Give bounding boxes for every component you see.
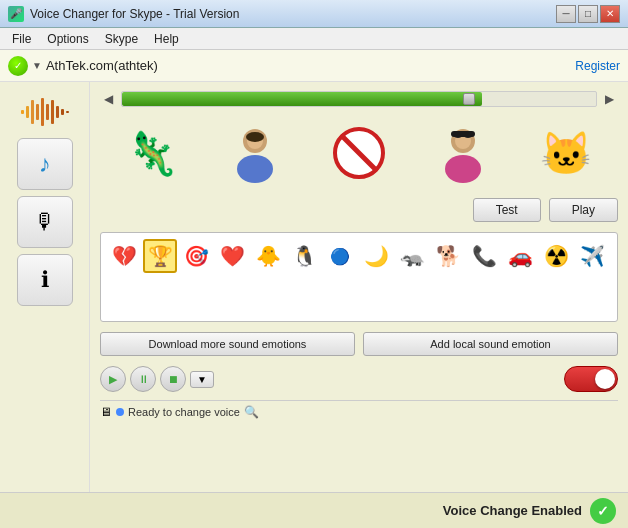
emotion-radiation[interactable]: ☢️ (539, 239, 573, 273)
maximize-button[interactable]: □ (578, 5, 598, 23)
app-icon: 🎤 (8, 6, 24, 22)
voice-effects-button[interactable]: ♪ (17, 138, 73, 190)
character-man[interactable] (220, 118, 290, 188)
emotion-broken-heart[interactable]: 💔 (107, 239, 141, 273)
svg-rect-1 (26, 106, 29, 118)
pause-control-button[interactable]: ⏸ (130, 366, 156, 392)
slider-right-arrow[interactable]: ▶ (601, 90, 618, 108)
voice-slider-track[interactable] (121, 91, 597, 107)
emotion-penguin[interactable]: 🐧 (287, 239, 321, 273)
emotion-moon[interactable]: 🌙 (359, 239, 393, 273)
status-dot (116, 408, 124, 416)
status-text: Ready to change voice (128, 406, 240, 418)
emotion-chick[interactable]: 🐥 (251, 239, 285, 273)
stop-control-button[interactable]: ⏹ (160, 366, 186, 392)
menu-help[interactable]: Help (146, 30, 187, 48)
character-woman[interactable] (428, 118, 498, 188)
svg-point-11 (237, 155, 273, 183)
play-button[interactable]: Play (549, 198, 618, 222)
emotion-blue[interactable]: 🔵 (323, 239, 357, 273)
svg-point-13 (246, 132, 264, 142)
svg-rect-0 (21, 110, 24, 114)
sound-buttons-row: Download more sound emotions Add local s… (100, 332, 618, 356)
audio-wave-icon (19, 92, 71, 132)
footer-bar: Voice Change Enabled ✓ (0, 492, 628, 528)
user-name: AthTek.com(athtek) (46, 58, 575, 73)
user-row: ✓ ▼ AthTek.com(athtek) Register (0, 50, 628, 82)
svg-point-17 (445, 155, 481, 183)
svg-rect-2 (31, 100, 34, 124)
emotions-grid: 💔 🏆 🎯 ❤️ 🐥 🐧 🔵 🌙 🦡 🐕 📞 🚗 ☢️ ✈️ (107, 239, 611, 273)
slider-left-arrow[interactable]: ◀ (100, 90, 117, 108)
user-arrow: ▼ (32, 60, 42, 71)
close-button[interactable]: ✕ (600, 5, 620, 23)
emotion-car[interactable]: 🚗 (503, 239, 537, 273)
svg-rect-4 (41, 98, 44, 126)
emotion-trophy[interactable]: 🏆 (143, 239, 177, 273)
search-icon[interactable]: 🔍 (244, 405, 259, 419)
main-content: ♪ 🎙 ℹ ◀ ▶ 🦎 (0, 82, 628, 528)
slider-fill (122, 92, 482, 106)
microphone-button[interactable]: 🎙 (17, 196, 73, 248)
svg-rect-6 (51, 100, 54, 124)
toggle-button[interactable] (564, 366, 618, 392)
playback-dropdown[interactable]: ▼ (190, 371, 214, 388)
menu-file[interactable]: File (4, 30, 39, 48)
menu-bar: File Options Skype Help (0, 28, 628, 50)
emotion-badger[interactable]: 🦡 (395, 239, 429, 273)
window-title: Voice Changer for Skype - Trial Version (30, 7, 556, 21)
action-row: Test Play (100, 198, 618, 222)
emotions-panel: 💔 🏆 🎯 ❤️ 🐥 🐧 🔵 🌙 🦡 🐕 📞 🚗 ☢️ ✈️ (100, 232, 618, 322)
slider-thumb[interactable] (463, 93, 475, 105)
slider-row: ◀ ▶ (100, 90, 618, 108)
add-local-sound-emotion-button[interactable]: Add local sound emotion (363, 332, 618, 356)
voice-enabled-check: ✓ (590, 498, 616, 524)
playback-row: ▶ ⏸ ⏹ ▼ (100, 366, 618, 392)
svg-rect-3 (36, 104, 39, 120)
svg-rect-5 (46, 104, 49, 120)
svg-rect-8 (61, 109, 64, 115)
character-no-sound[interactable] (324, 118, 394, 188)
minimize-button[interactable]: ─ (556, 5, 576, 23)
register-link[interactable]: Register (575, 59, 620, 73)
character-cat[interactable]: 🐱 (531, 118, 601, 188)
character-row: 🦎 (100, 118, 618, 188)
svg-rect-7 (56, 106, 59, 118)
voice-change-label: Voice Change Enabled (443, 503, 582, 518)
emotion-target[interactable]: 🎯 (179, 239, 213, 273)
svg-rect-21 (451, 131, 475, 137)
test-button[interactable]: Test (473, 198, 541, 222)
info-button[interactable]: ℹ (17, 254, 73, 306)
character-dragon[interactable]: 🦎 (117, 118, 187, 188)
emotion-heart[interactable]: ❤️ (215, 239, 249, 273)
toggle-circle (595, 369, 615, 389)
play-control-button[interactable]: ▶ (100, 366, 126, 392)
emotion-phone[interactable]: 📞 (467, 239, 501, 273)
svg-rect-9 (66, 111, 69, 113)
status-icon: 🖥 (100, 405, 112, 419)
left-sidebar: ♪ 🎙 ℹ (0, 82, 90, 528)
download-sound-emotions-button[interactable]: Download more sound emotions (100, 332, 355, 356)
emotion-dog[interactable]: 🐕 (431, 239, 465, 273)
menu-options[interactable]: Options (39, 30, 96, 48)
menu-skype[interactable]: Skype (97, 30, 146, 48)
right-panel: ◀ ▶ 🦎 (90, 82, 628, 528)
status-row: 🖥 Ready to change voice 🔍 (100, 400, 618, 423)
emotion-plane[interactable]: ✈️ (575, 239, 609, 273)
window-controls: ─ □ ✕ (556, 5, 620, 23)
user-icon: ✓ (8, 56, 28, 76)
title-bar: 🎤 Voice Changer for Skype - Trial Versio… (0, 0, 628, 28)
